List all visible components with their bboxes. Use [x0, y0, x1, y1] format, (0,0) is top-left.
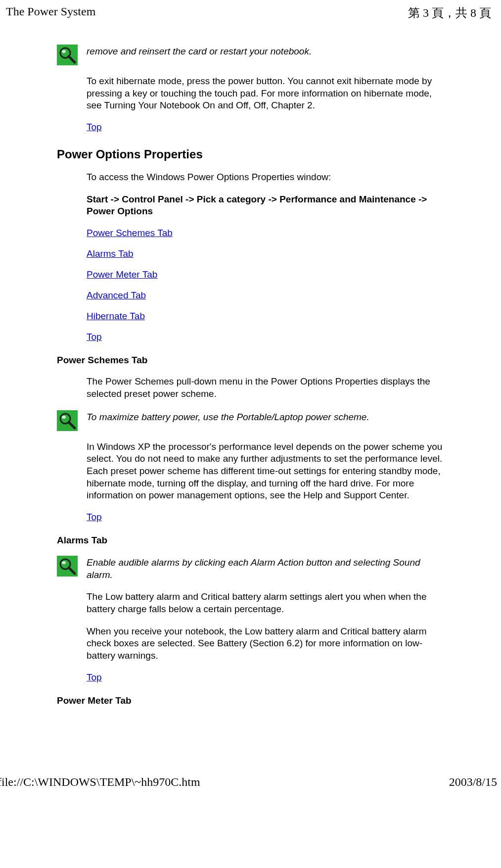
note-text: To maximize battery power, use the Porta…: [87, 410, 369, 424]
heading-power-options: Power Options Properties: [57, 147, 444, 161]
top-link[interactable]: Top: [87, 672, 102, 682]
heading-alarms-tab: Alarms Tab: [57, 535, 444, 546]
paragraph: To exit hibernate mode, press the power …: [87, 75, 444, 112]
paragraph: The Power Schemes pull-down menu in the …: [87, 376, 444, 400]
top-link[interactable]: Top: [87, 512, 102, 522]
link-hibernate[interactable]: Hibernate Tab: [87, 311, 145, 321]
paragraph: When you receive your notebook, the Low …: [87, 626, 444, 662]
link-power-schemes[interactable]: Power Schemes Tab: [87, 228, 173, 238]
magnify-icon: [57, 45, 78, 65]
link-alarms[interactable]: Alarms Tab: [87, 248, 134, 259]
magnify-icon: [57, 410, 78, 431]
link-power-meter[interactable]: Power Meter Tab: [87, 269, 157, 280]
paragraph: To access the Windows Power Options Prop…: [87, 171, 444, 184]
paragraph: In Windows XP the processor's performanc…: [87, 441, 444, 502]
svg-point-10: [62, 561, 66, 564]
link-advanced[interactable]: Advanced Tab: [87, 290, 146, 300]
top-link[interactable]: Top: [87, 332, 102, 342]
note-text: Enable audible alarms by clicking each A…: [87, 556, 444, 581]
paragraph: The Low battery alarm and Critical batte…: [87, 591, 444, 615]
nav-path: Start -> Control Panel -> Pick a categor…: [87, 193, 444, 218]
svg-point-2: [62, 50, 66, 53]
heading-power-meter-tab: Power Meter Tab: [57, 695, 444, 706]
footer-path: file://C:\WINDOWS\TEMP\~hh970C.htm: [0, 775, 200, 789]
note-text: remove and reinsert the card or restart …: [87, 45, 312, 58]
page-counter: 第 3 頁，共 8 頁: [408, 5, 491, 21]
page-title: The Power System: [6, 5, 95, 21]
svg-point-6: [62, 416, 66, 419]
heading-power-schemes-tab: Power Schemes Tab: [57, 355, 444, 366]
magnify-icon: [57, 556, 78, 577]
footer-date: 2003/8/15: [449, 775, 497, 789]
top-link[interactable]: Top: [87, 122, 102, 132]
